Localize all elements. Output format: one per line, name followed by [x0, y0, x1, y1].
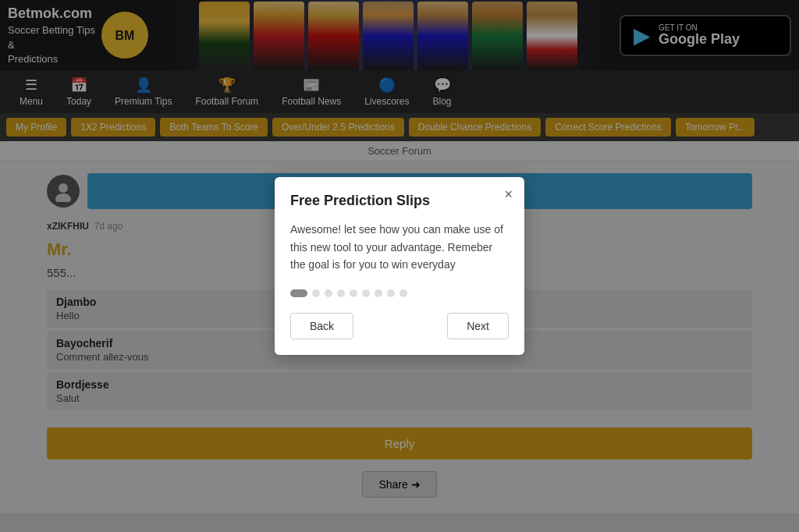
modal-actions: Back Next [290, 313, 509, 339]
modal-overlay: Free Prediction Slips × Awesome! let see… [0, 0, 799, 532]
modal: Free Prediction Slips × Awesome! let see… [275, 177, 524, 354]
dot-8 [387, 289, 395, 297]
back-button[interactable]: Back [290, 313, 353, 339]
modal-dots [290, 289, 509, 297]
next-button[interactable]: Next [447, 313, 509, 339]
dot-3 [325, 289, 332, 297]
modal-title: Free Prediction Slips [290, 193, 509, 209]
dot-1 [290, 289, 307, 297]
dot-9 [400, 289, 407, 297]
dot-5 [350, 289, 357, 297]
dot-4 [337, 289, 345, 297]
dot-7 [375, 289, 382, 297]
dot-6 [362, 289, 370, 297]
modal-body: Awesome! let see how you can make use of… [290, 221, 509, 273]
modal-close-button[interactable]: × [504, 186, 513, 203]
dot-2 [312, 289, 320, 297]
